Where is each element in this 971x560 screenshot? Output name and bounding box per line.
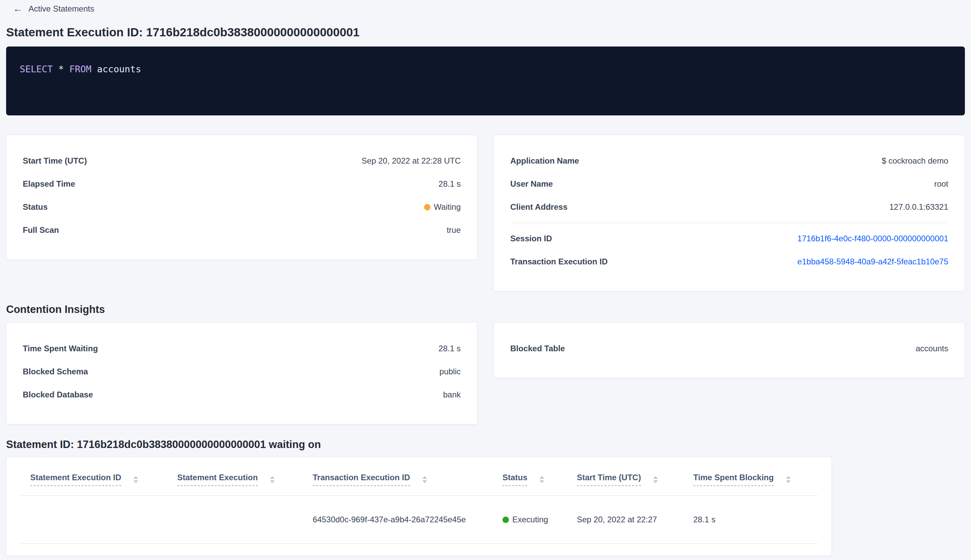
contention-waiting-card: Time Spent Waiting 28.1 s Blocked Schema… [6, 322, 477, 424]
detail-label: Time Spent Waiting [23, 344, 98, 353]
sort-icon[interactable] [539, 476, 544, 483]
sql-keyword: SELECT [20, 64, 53, 74]
contention-insights-heading: Contention Insights [6, 304, 965, 315]
sort-icon[interactable] [653, 476, 658, 483]
detail-value: root [934, 179, 948, 189]
detail-label: Client Address [510, 202, 567, 212]
sql-token: * [58, 64, 64, 74]
table-header-row: Statement Execution ID Statement Executi… [20, 465, 818, 496]
col-statement-execution-id: Statement Execution ID [20, 465, 167, 496]
waiting-on-heading: Statement ID: 1716b218dc0b38380000000000… [6, 439, 965, 450]
status-text: Waiting [434, 202, 461, 212]
col-status: Status [492, 465, 567, 496]
detail-row-client-address: Client Address 127.0.0.1:63321 [510, 195, 948, 218]
detail-row-session-id: Session ID 1716b1f6-4e0c-f480-0000-00000… [510, 227, 948, 250]
detail-row-blocked-table: Blocked Table accounts [510, 337, 948, 360]
detail-value: Sep 20, 2022 at 22:28 UTC [362, 156, 461, 166]
detail-label: Status [23, 202, 48, 212]
sort-icon[interactable] [422, 476, 427, 483]
sort-icon[interactable] [270, 476, 275, 483]
sort-icon[interactable] [786, 476, 791, 483]
detail-label: User Name [510, 179, 553, 189]
status-text: Executing [512, 515, 548, 524]
cell-statement-execution [167, 496, 302, 544]
col-statement-execution: Statement Execution [167, 465, 302, 496]
col-start-time: Start Time (UTC) [567, 465, 683, 496]
back-link-active-statements[interactable]: ← Active Statements [13, 4, 94, 13]
back-arrow-icon: ← [13, 4, 22, 13]
detail-value: bank [443, 390, 461, 400]
detail-value: $ cockroach demo [882, 156, 948, 166]
detail-label: Blocked Schema [23, 367, 88, 377]
execution-details-card: Start Time (UTC) Sep 20, 2022 at 22:28 U… [6, 135, 477, 260]
waiting-on-table: Statement Execution ID Statement Executi… [20, 465, 818, 544]
session-details-card: Application Name $ cockroach demo User N… [494, 135, 965, 291]
column-header-start-time[interactable]: Start Time (UTC) [577, 473, 641, 486]
detail-row-application-name: Application Name $ cockroach demo [510, 149, 948, 172]
detail-label: Transaction Execution ID [510, 257, 608, 267]
col-time-spent-blocking: Time Spent Blocking [683, 465, 818, 496]
column-header-statement-execution[interactable]: Statement Execution [177, 473, 258, 486]
detail-label: Session ID [510, 234, 552, 243]
detail-row-full-scan: Full Scan true [23, 218, 461, 242]
back-link-label: Active Statements [28, 4, 94, 13]
col-transaction-execution-id: Transaction Execution ID [302, 465, 492, 496]
cell-transaction-execution-id: 64530d0c-969f-437e-a9b4-26a72245e45e [302, 496, 492, 544]
statement-details-page: ← Active Statements Statement Execution … [0, 0, 971, 556]
sql-token: accounts [97, 64, 141, 74]
contention-cards: Time Spent Waiting 28.1 s Blocked Schema… [6, 322, 965, 424]
transaction-execution-id-link[interactable]: e1bba458-5948-40a9-a42f-5feac1b10e75 [797, 257, 948, 267]
waiting-on-table-card: Statement Execution ID Statement Executi… [6, 457, 832, 556]
detail-label: Full Scan [23, 225, 59, 235]
cell-status: Executing [492, 496, 567, 544]
column-header-status[interactable]: Status [502, 473, 527, 486]
detail-label: Blocked Database [23, 390, 93, 400]
cell-start-time: Sep 20, 2022 at 22:27 [567, 496, 683, 544]
status-badge: Waiting [424, 202, 461, 212]
card-divider [510, 223, 948, 223]
detail-value: accounts [916, 344, 948, 353]
detail-row-blocked-schema: Blocked Schema public [23, 360, 461, 383]
detail-value: public [439, 367, 461, 377]
detail-row-blocked-database: Blocked Database bank [23, 383, 461, 406]
session-id-link[interactable]: 1716b1f6-4e0c-f480-0000-000000000001 [797, 234, 948, 243]
column-header-transaction-execution-id[interactable]: Transaction Execution ID [313, 473, 410, 486]
detail-value: 127.0.0.1:63321 [889, 202, 949, 212]
waiting-status-dot-icon [424, 204, 430, 210]
detail-row-transaction-execution-id: Transaction Execution ID e1bba458-5948-4… [510, 250, 948, 273]
detail-value: true [447, 225, 461, 235]
blocked-table-card: Blocked Table accounts [494, 322, 965, 378]
table-row: 64530d0c-969f-437e-a9b4-26a72245e45e Exe… [20, 496, 818, 544]
cell-time-spent-blocking: 28.1 s [683, 496, 818, 544]
detail-row-elapsed-time: Elapsed Time 28.1 s [23, 172, 461, 195]
sql-keyword: FROM [69, 64, 91, 74]
overview-cards: Start Time (UTC) Sep 20, 2022 at 22:28 U… [6, 135, 965, 291]
detail-value: 28.1 s [439, 179, 461, 189]
detail-label: Blocked Table [510, 344, 565, 353]
detail-value: 28.1 s [439, 344, 461, 353]
cell-statement-execution-id [20, 496, 167, 544]
executing-status-dot-icon [502, 517, 509, 523]
column-header-statement-execution-id[interactable]: Statement Execution ID [30, 473, 121, 486]
page-title: Statement Execution ID: 1716b218dc0b3838… [6, 26, 965, 38]
detail-row-user-name: User Name root [510, 172, 948, 195]
sort-icon[interactable] [133, 476, 138, 483]
detail-label: Application Name [510, 156, 579, 166]
column-header-time-spent-blocking[interactable]: Time Spent Blocking [693, 473, 774, 486]
status-badge: Executing [502, 515, 567, 524]
detail-row-status: Status Waiting [23, 195, 461, 218]
detail-row-time-spent-waiting: Time Spent Waiting 28.1 s [23, 337, 461, 360]
detail-label: Start Time (UTC) [23, 156, 87, 166]
detail-row-start-time: Start Time (UTC) Sep 20, 2022 at 22:28 U… [23, 149, 461, 172]
sql-statement-box: SELECT * FROM accounts [6, 47, 965, 115]
detail-label: Elapsed Time [23, 179, 75, 189]
